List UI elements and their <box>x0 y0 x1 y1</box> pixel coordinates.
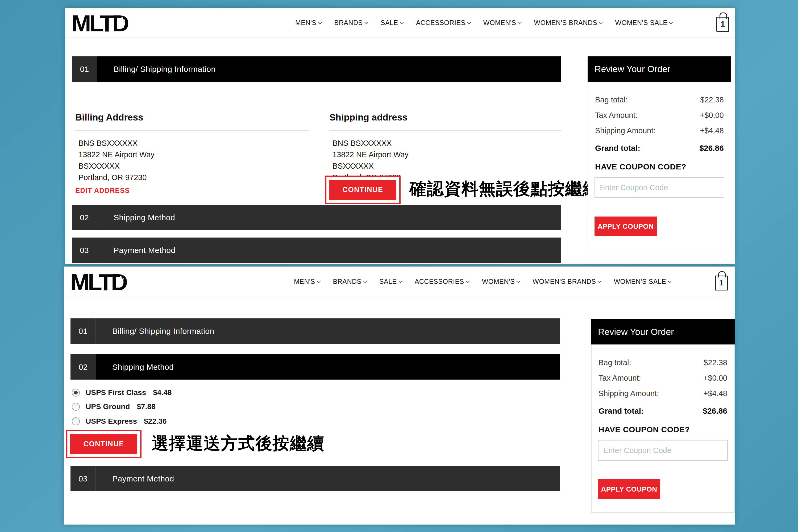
radio-icon[interactable] <box>72 417 80 425</box>
nav-item-brands[interactable]: BRANDS <box>334 19 368 26</box>
nav-item-label: BRANDS <box>333 278 361 285</box>
cart-bag-icon[interactable]: 1 <box>716 17 729 32</box>
nav-item-womens-sale[interactable]: WOMEN'S SALE <box>615 19 673 26</box>
review-row-tax: Tax Amount: +$0.00 <box>588 111 731 120</box>
screenshot-step1: MLTD MEN'S BRANDS SALE ACCESSORIES WOMEN… <box>65 8 735 264</box>
review-row-grand-total: Grand total: $26.86 <box>592 406 734 416</box>
address-line: 13822 NE Airport Way <box>78 149 155 160</box>
continue-button[interactable]: CONTINUE <box>70 434 137 454</box>
step-bar-billing-shipping[interactable]: 01 Billing/ Shipping Information <box>72 56 561 82</box>
nav-item-label: WOMEN'S SALE <box>615 19 667 26</box>
step-bar-shipping-method[interactable]: 02 Shipping Method <box>71 354 560 380</box>
cart-count-badge: 1 <box>717 19 728 28</box>
screenshot-step2: MLTD MEN'S BRANDS SALE ACCESSORIES WOMEN… <box>64 267 735 525</box>
row-label: Bag total: <box>595 95 628 104</box>
chevron-down-icon <box>398 279 402 283</box>
chevron-down-icon <box>467 20 471 24</box>
chevron-down-icon <box>364 20 368 24</box>
edit-address-link[interactable]: EDIT ADDRESS <box>75 187 130 195</box>
radio-selected-icon[interactable] <box>72 388 80 397</box>
nav-item-label: BRANDS <box>334 19 363 26</box>
address-line: BSXXXXXX <box>332 160 408 172</box>
shipping-option-label: USPS Express <box>86 417 137 425</box>
shipping-option-label: USPS First Class <box>86 388 146 397</box>
continue-button[interactable]: CONTINUE <box>329 180 396 200</box>
nav-item-accessories[interactable]: ACCESSORIES <box>416 19 471 26</box>
nav-item-womens[interactable]: WOMEN'S <box>483 19 522 26</box>
radio-icon[interactable] <box>72 403 80 411</box>
nav-item-label: WOMEN'S SALE <box>614 278 666 285</box>
billing-address-title: Billing Address <box>75 112 143 122</box>
nav-item-womens-sale[interactable]: WOMEN'S SALE <box>614 278 672 285</box>
hand-icon <box>116 276 124 287</box>
step-bar-shipping-method[interactable]: 02 Shipping Method <box>72 205 561 230</box>
nav-item-womens-brands[interactable]: WOMEN'S BRANDS <box>534 19 603 26</box>
page-background: MLTD MEN'S BRANDS SALE ACCESSORIES WOMEN… <box>0 0 798 532</box>
row-label: Bag total: <box>598 358 631 367</box>
step-label: Payment Method <box>97 238 561 263</box>
mltd-logo[interactable]: MLTD <box>72 10 128 37</box>
step-bar-billing-shipping[interactable]: 01 Billing/ Shipping Information <box>71 318 560 344</box>
step-label: Payment Method <box>96 466 560 491</box>
coupon-title: HAVE COUPON CODE? <box>595 162 731 171</box>
apply-coupon-button[interactable]: APPLY COUPON <box>594 216 657 236</box>
chevron-down-icon <box>516 279 520 283</box>
chevron-down-icon <box>466 279 470 283</box>
step-number: 01 <box>71 318 96 344</box>
row-label: Shipping Amount: <box>595 126 656 135</box>
review-row-bag-total: Bag total: $22.38 <box>588 95 731 104</box>
nav-item-accessories[interactable]: ACCESSORIES <box>415 278 470 285</box>
divider <box>75 130 308 131</box>
nav-item-sale[interactable]: SALE <box>379 278 402 285</box>
chevron-down-icon <box>363 279 367 283</box>
shipping-option-usps-first-class[interactable]: USPS First Class $4.48 <box>72 388 172 397</box>
shipping-address-title: Shipping address <box>329 112 407 122</box>
chevron-down-icon <box>599 20 603 24</box>
step-bar-payment-method[interactable]: 03 Payment Method <box>71 466 560 491</box>
annotation-text-step1: 確認資料無誤後點按繼續 <box>410 177 600 200</box>
coupon-title: HAVE COUPON CODE? <box>598 425 734 434</box>
nav-item-womens-brands[interactable]: WOMEN'S BRANDS <box>533 278 602 285</box>
cart-bag-icon[interactable]: 1 <box>715 276 728 290</box>
billing-address-block: BNS BSXXXXXX 13822 NE Airport Way BSXXXX… <box>78 137 155 183</box>
chevron-down-icon <box>400 20 404 24</box>
coupon-code-input[interactable] <box>594 177 724 198</box>
mltd-logo[interactable]: MLTD <box>70 269 126 296</box>
coupon-code-input[interactable] <box>598 440 728 461</box>
main-menu: MEN'S BRANDS SALE ACCESSORIES WOMEN'S WO… <box>295 8 673 38</box>
shipping-option-usps-express[interactable]: USPS Express $22.36 <box>72 417 167 425</box>
chevron-down-icon <box>669 20 673 24</box>
shipping-option-price: $22.36 <box>144 417 167 425</box>
chevron-down-icon <box>668 279 672 283</box>
shipping-option-label: UPS Ground <box>86 402 130 411</box>
step-label: Billing/ Shipping Information <box>96 318 560 344</box>
address-line: 13822 NE Airport Way <box>332 149 408 160</box>
row-label: Tax Amount: <box>595 111 638 120</box>
nav-item-sale[interactable]: SALE <box>381 19 404 26</box>
nav-item-womens[interactable]: WOMEN'S <box>482 278 520 285</box>
nav-item-mens[interactable]: MEN'S <box>294 278 321 285</box>
nav-item-label: MEN'S <box>294 278 315 285</box>
review-row-tax: Tax Amount: +$0.00 <box>592 374 734 382</box>
apply-coupon-button[interactable]: APPLY COUPON <box>598 479 660 499</box>
address-line: BNS BSXXXXXX <box>332 137 408 149</box>
annotation-highlight-box: CONTINUE <box>66 430 141 458</box>
nav-item-label: SALE <box>379 278 397 285</box>
row-label: Grand total: <box>595 144 640 153</box>
step-label: Shipping Method <box>97 205 561 230</box>
row-value: $26.86 <box>699 144 724 153</box>
row-label: Grand total: <box>598 406 644 416</box>
address-line: Portland, OR 97230 <box>78 172 155 183</box>
review-order-title: Review Your Order <box>591 319 735 344</box>
shipping-option-ups-ground[interactable]: UPS Ground $7.88 <box>72 402 156 411</box>
address-line: BNS BSXXXXXX <box>78 137 155 149</box>
review-row-shipping: Shipping Amount: +$4.48 <box>592 389 734 398</box>
step-bar-payment-method[interactable]: 03 Payment Method <box>72 238 561 263</box>
nav-item-brands[interactable]: BRANDS <box>333 278 367 285</box>
step-number: 03 <box>71 466 96 491</box>
chevron-down-icon <box>518 20 522 24</box>
nav-item-mens[interactable]: MEN'S <box>295 19 322 26</box>
step-number: 03 <box>72 238 97 263</box>
nav-item-label: WOMEN'S <box>483 19 516 26</box>
row-label: Tax Amount: <box>598 374 641 382</box>
